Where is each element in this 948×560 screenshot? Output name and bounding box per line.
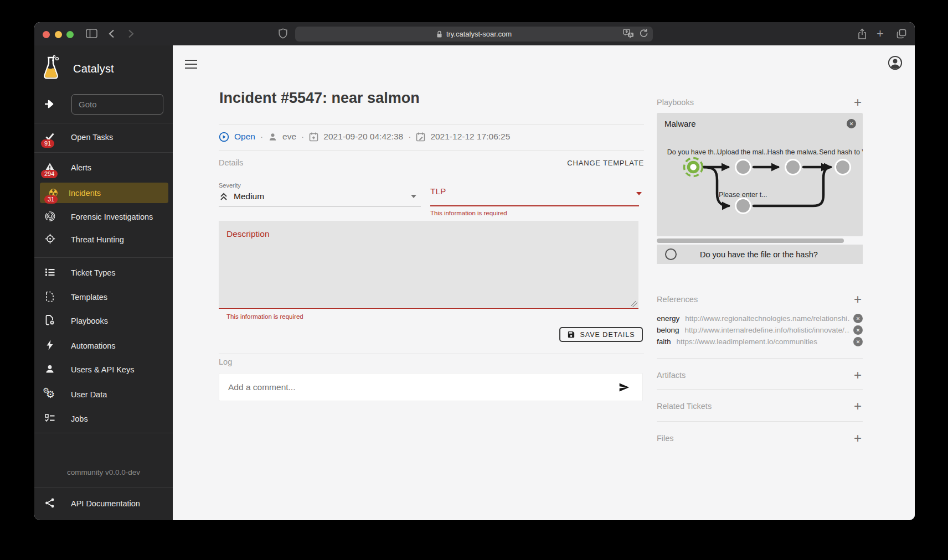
graph-node[interactable] bbox=[736, 199, 751, 214]
translate-icon[interactable] bbox=[623, 28, 635, 42]
gears-icon: ⚙⚙ bbox=[44, 389, 56, 400]
add-playbook-button[interactable]: + bbox=[854, 97, 862, 108]
catalyst-logo-icon bbox=[41, 54, 61, 83]
account-avatar-icon[interactable] bbox=[888, 55, 903, 72]
references-section-label: References bbox=[657, 295, 698, 304]
remove-reference-button[interactable]: ✕ bbox=[853, 337, 863, 346]
sidebar-item-incidents[interactable]: ☢ 31 Incidents bbox=[40, 183, 168, 203]
files-section-label: Files bbox=[657, 434, 674, 443]
remove-reference-button[interactable]: ✕ bbox=[853, 325, 863, 335]
add-artifact-button[interactable]: + bbox=[854, 370, 862, 381]
sidebar-item-forensic-investigations[interactable]: Forensic Investigations bbox=[34, 206, 173, 228]
description-placeholder: Description bbox=[226, 229, 270, 239]
forward-button[interactable] bbox=[128, 29, 134, 40]
app-name: Catalyst bbox=[73, 63, 114, 75]
playbooks-section-label: Playbooks bbox=[657, 98, 694, 107]
sidebar-item-templates[interactable]: Templates bbox=[34, 286, 173, 308]
graph-node[interactable] bbox=[836, 160, 851, 175]
person-icon bbox=[45, 364, 55, 376]
add-related-ticket-button[interactable]: + bbox=[854, 401, 862, 412]
related-tickets-section-label: Related Tickets bbox=[657, 402, 712, 411]
reference-link[interactable]: http://www.internalredefine.info/holisti… bbox=[685, 326, 850, 334]
sidebar-toggle-icon[interactable] bbox=[86, 29, 97, 40]
created-date-icon bbox=[309, 132, 318, 142]
zoom-window-button[interactable] bbox=[66, 31, 74, 38]
new-tab-icon[interactable]: + bbox=[877, 28, 884, 40]
send-icon[interactable] bbox=[618, 382, 630, 393]
browser-titlebar: try.catalyst-soar.com + bbox=[34, 22, 915, 45]
sidebar-item-playbooks[interactable]: Playbooks bbox=[34, 310, 173, 332]
severity-select[interactable]: Medium bbox=[219, 189, 421, 204]
share-nodes-icon bbox=[45, 498, 55, 510]
artifacts-section-label: Artifacts bbox=[657, 371, 686, 380]
tab-overview-icon[interactable] bbox=[896, 28, 907, 42]
back-button[interactable] bbox=[109, 29, 115, 40]
reference-link[interactable]: https://www.leadimplement.io/communities bbox=[677, 338, 850, 346]
alerts-badge: 294 bbox=[41, 170, 58, 178]
crosshair-icon bbox=[45, 234, 55, 246]
shield-icon[interactable] bbox=[279, 28, 287, 41]
owner-icon bbox=[268, 132, 277, 142]
resize-handle[interactable] bbox=[631, 301, 637, 307]
updated-date: 2021-12-12 17:06:25 bbox=[430, 132, 510, 142]
sidebar-item-threat-hunting[interactable]: Threat Hunting bbox=[34, 229, 173, 251]
incidents-badge: 31 bbox=[44, 195, 58, 204]
save-details-button[interactable]: SAVE DETAILS bbox=[559, 327, 643, 342]
graph-horizontal-scrollbar[interactable] bbox=[657, 238, 844, 243]
close-window-button[interactable] bbox=[43, 31, 50, 38]
reload-icon[interactable] bbox=[639, 28, 648, 42]
severity-field-label: Severity bbox=[219, 182, 241, 189]
sidebar-item-alerts[interactable]: 294 Alerts bbox=[34, 157, 173, 179]
description-required-error: This information is required bbox=[226, 313, 303, 320]
add-reference-button[interactable]: + bbox=[854, 294, 862, 305]
minimize-window-button[interactable] bbox=[55, 31, 62, 38]
reference-link[interactable]: http://www.regionaltechnologies.name/rel… bbox=[685, 314, 850, 323]
add-file-button[interactable]: + bbox=[854, 433, 862, 444]
open-tasks-badge: 91 bbox=[41, 139, 54, 148]
tlp-select[interactable]: TLP bbox=[430, 186, 446, 196]
list-icon bbox=[45, 268, 55, 278]
playbook-task-row[interactable]: Do you have the file or the hash? bbox=[657, 245, 863, 264]
template-file-icon bbox=[45, 292, 54, 303]
remove-reference-button[interactable]: ✕ bbox=[853, 314, 863, 323]
goto-input[interactable] bbox=[71, 94, 163, 115]
svg-text:Hash the malwa.: Hash the malwa. bbox=[767, 148, 818, 156]
sidebar-item-ticket-types[interactable]: Ticket Types bbox=[34, 262, 173, 284]
sidebar-item-jobs[interactable]: Jobs bbox=[34, 408, 173, 430]
severity-caret-icon bbox=[411, 195, 416, 198]
svg-text:Upload the mal...: Upload the mal... bbox=[717, 148, 770, 156]
status-value[interactable]: Open bbox=[234, 132, 255, 142]
svg-text:Send hash to V: Send hash to V bbox=[819, 148, 863, 156]
details-section-label: Details bbox=[219, 158, 243, 167]
tlp-caret-icon[interactable] bbox=[636, 192, 642, 195]
task-question: Do you have the file or the hash? bbox=[700, 250, 818, 259]
playbook-graph[interactable]: Do you have th... Upload the mal... Hash… bbox=[657, 133, 863, 236]
graph-node[interactable] bbox=[786, 160, 801, 175]
updated-date-icon bbox=[416, 132, 425, 142]
description-textarea[interactable]: Description bbox=[219, 221, 638, 309]
playbook-title: Malware bbox=[664, 119, 696, 128]
goto-arrow-icon bbox=[43, 97, 56, 113]
sidebar-item-api-documentation[interactable]: API Documentation bbox=[34, 492, 173, 515]
sidebar-item-users-api-keys[interactable]: Users & API Keys bbox=[34, 359, 173, 381]
double-chevron-up-icon bbox=[219, 191, 229, 202]
comment-input[interactable] bbox=[219, 382, 618, 392]
reference-row: energy http://www.regionaltechnologies.n… bbox=[657, 313, 863, 324]
share-icon[interactable] bbox=[857, 28, 867, 42]
sidebar: Catalyst 91 Open Tasks 294 Alerts bbox=[34, 45, 173, 520]
playbook-file-icon bbox=[45, 315, 55, 327]
version-label: community v0.0.0-dev bbox=[34, 468, 173, 476]
lock-icon bbox=[436, 30, 442, 38]
menu-icon[interactable] bbox=[185, 60, 197, 69]
owner-name: eve bbox=[282, 132, 296, 142]
address-bar[interactable]: try.catalyst-soar.com bbox=[295, 27, 653, 42]
change-template-button[interactable]: CHANGE TEMPLATE bbox=[567, 159, 644, 167]
sidebar-item-automations[interactable]: Automations bbox=[34, 335, 173, 357]
task-status-circle-icon[interactable] bbox=[665, 248, 677, 260]
lightning-bolt-icon bbox=[46, 340, 54, 352]
sidebar-item-open-tasks[interactable]: 91 Open Tasks bbox=[34, 126, 173, 148]
svg-text:Do you have th...: Do you have th... bbox=[667, 148, 720, 156]
remove-playbook-button[interactable]: ✕ bbox=[847, 119, 856, 128]
graph-node[interactable] bbox=[736, 160, 751, 175]
sidebar-item-user-data[interactable]: ⚙⚙ User Data bbox=[34, 383, 173, 406]
